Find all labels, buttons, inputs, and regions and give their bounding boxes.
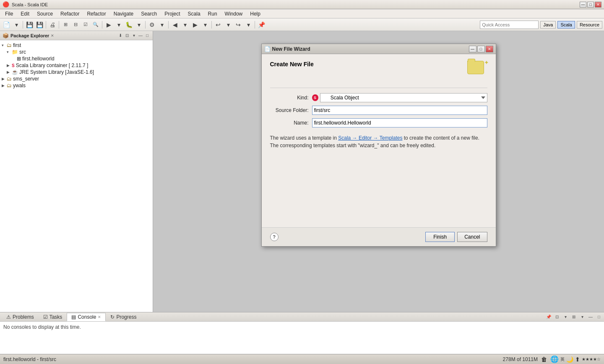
menu-refactor1[interactable]: Refactor bbox=[57, 10, 83, 18]
bottom-minimize-btn[interactable]: — bbox=[587, 314, 594, 320]
pe-minimize-btn[interactable]: ⬇ bbox=[117, 33, 123, 39]
menu-source[interactable]: Source bbox=[34, 10, 56, 18]
tree-item-ywals[interactable]: ▶ 🗂 ywals bbox=[0, 82, 153, 89]
menu-file[interactable]: File bbox=[2, 10, 16, 18]
menu-run[interactable]: Run bbox=[205, 10, 221, 18]
ext-tools-dd[interactable]: ▾ bbox=[157, 20, 167, 29]
toolbar-sep-8 bbox=[255, 21, 255, 29]
bottom-maximize-btn[interactable]: □ bbox=[596, 314, 602, 320]
scala-templates-link[interactable]: Scala → Editor → Templates bbox=[338, 135, 402, 141]
pe-view-menu-btn[interactable]: ▾ bbox=[131, 33, 137, 39]
redo-button[interactable]: ↪ bbox=[234, 20, 243, 29]
save-all-button[interactable]: 💾 bbox=[35, 20, 44, 29]
console-clear-btn[interactable]: ⊡ bbox=[554, 314, 560, 320]
taskbar-area: 🌐 英 🌙 ⬆ ★★★★☆ bbox=[550, 355, 601, 363]
name-input[interactable] bbox=[312, 118, 487, 127]
tree-item-scala-lib[interactable]: ▶ S Scala Library container [ 2.11.7 ] bbox=[0, 62, 153, 69]
cancel-button[interactable]: Cancel bbox=[457, 232, 487, 242]
name-label: Name: bbox=[270, 120, 312, 126]
minimize-button[interactable]: — bbox=[580, 2, 586, 8]
scala-perspective-button[interactable]: Scala bbox=[557, 21, 575, 29]
java-perspective-button[interactable]: Java bbox=[540, 21, 556, 29]
menu-navigate[interactable]: Navigate bbox=[110, 10, 137, 18]
jre-icon: ☕ bbox=[12, 69, 18, 75]
tree-label-sms: sms_server bbox=[13, 76, 39, 82]
ext-tools-button[interactable]: ⚙ bbox=[147, 20, 156, 29]
tab-tasks[interactable]: ☑ Tasks bbox=[39, 313, 67, 321]
new-button[interactable]: 📄 bbox=[2, 20, 11, 29]
scala-lib-icon: S bbox=[12, 63, 15, 68]
pe-close-icon: ✕ bbox=[51, 34, 54, 38]
toolbar-btn-grid[interactable]: ⊞ bbox=[61, 20, 70, 29]
maximize-button[interactable]: □ bbox=[587, 2, 594, 8]
menu-window[interactable]: Window bbox=[221, 10, 246, 18]
finish-button[interactable]: Finish bbox=[425, 232, 455, 242]
kind-select[interactable]: Scala Object Scala Class Scala Trait bbox=[320, 93, 487, 102]
pe-max-btn[interactable]: □ bbox=[144, 33, 150, 39]
tree-item-jre[interactable]: ▶ ☕ JRE System Library [JavaSE-1.6] bbox=[0, 69, 153, 75]
menu-refactor2[interactable]: Refactor bbox=[83, 10, 109, 18]
tree-item-sms-server[interactable]: ▶ 🗂 sms_server bbox=[0, 75, 153, 82]
dialog-title-icon: 📄 bbox=[264, 46, 271, 52]
tree-label-jre: JRE System Library [JavaSE-1.6] bbox=[19, 69, 94, 75]
fwd-dd[interactable]: ▾ bbox=[200, 20, 210, 29]
toolbar-sep-6 bbox=[168, 21, 169, 29]
bottom-tab-controls: 📌 ⊡ ▾ ⊞ ▾ — □ bbox=[545, 314, 602, 320]
console-dd-btn[interactable]: ▾ bbox=[579, 314, 586, 320]
menu-edit[interactable]: Edit bbox=[17, 10, 33, 18]
source-folder-control bbox=[312, 106, 487, 115]
tree-item-first[interactable]: ▾ 🗂 first bbox=[0, 42, 153, 49]
tree-item-src[interactable]: ▾ 📁 src bbox=[0, 49, 153, 55]
quick-access-input[interactable] bbox=[480, 21, 539, 29]
console-message: No consoles to display at this time. bbox=[3, 324, 81, 330]
resource-perspective-button[interactable]: Resource bbox=[577, 21, 602, 29]
run-dd-button[interactable]: ▾ bbox=[114, 20, 123, 29]
menu-search[interactable]: Search bbox=[138, 10, 160, 18]
toolbar-btn-search[interactable]: 🔍 bbox=[91, 20, 100, 29]
main-layout: 📦 Package Explorer ✕ ⬇ ⊡ ▾ — □ ▾ 🗂 first bbox=[0, 31, 604, 354]
dialog-help-button[interactable]: ? bbox=[270, 233, 279, 241]
undo-dd[interactable]: ▾ bbox=[224, 20, 233, 29]
save-button[interactable]: 💾 bbox=[25, 20, 34, 29]
tasks-label: Tasks bbox=[49, 314, 62, 320]
run-button[interactable]: ▶ bbox=[104, 20, 113, 29]
print-button[interactable]: 🖨 bbox=[48, 20, 57, 29]
menu-scala[interactable]: Scala bbox=[185, 10, 204, 18]
expand-ywals-icon: ▶ bbox=[2, 83, 7, 88]
console-view-btn[interactable]: ▾ bbox=[562, 314, 569, 320]
back-dd[interactable]: ▾ bbox=[180, 20, 190, 29]
dialog-main-title: Create New File bbox=[270, 61, 314, 68]
pe-min-btn[interactable]: — bbox=[138, 33, 143, 39]
menu-project[interactable]: Project bbox=[161, 10, 183, 18]
dialog-close-btn[interactable]: ✕ bbox=[486, 46, 493, 52]
folder-image bbox=[467, 61, 484, 74]
toolbar-sep-1 bbox=[23, 21, 23, 29]
console-new-btn[interactable]: ⊞ bbox=[570, 314, 577, 320]
dialog-restore-btn[interactable]: □ bbox=[477, 46, 485, 52]
redo-dd[interactable]: ▾ bbox=[244, 20, 253, 29]
debug-dd-button[interactable]: ▾ bbox=[134, 20, 143, 29]
package-icon-hw: ⊞ bbox=[17, 56, 21, 62]
tab-console[interactable]: ▤ Console ✕ bbox=[67, 313, 106, 321]
source-folder-input[interactable] bbox=[312, 106, 487, 115]
undo-button[interactable]: ↩ bbox=[213, 20, 223, 29]
pin-button[interactable]: 📌 bbox=[257, 20, 266, 29]
dialog-minimize-btn[interactable]: — bbox=[469, 46, 476, 52]
toolbar-btn-tasks[interactable]: ☑ bbox=[81, 20, 90, 29]
pe-sync-btn[interactable]: ⊡ bbox=[124, 33, 130, 39]
toolbar-sep-4 bbox=[102, 21, 102, 29]
console-pin-btn[interactable]: 📌 bbox=[545, 314, 552, 320]
debug-button[interactable]: 🐛 bbox=[124, 20, 133, 29]
close-button[interactable]: ✕ bbox=[595, 2, 601, 8]
toolbar-btn-grid2[interactable]: ⊟ bbox=[71, 20, 80, 29]
menu-help[interactable]: Help bbox=[247, 10, 264, 18]
tree-item-helloworld[interactable]: ⊞ first.helloworld bbox=[0, 55, 153, 62]
toolbar-btn-2[interactable]: ▾ bbox=[12, 20, 21, 29]
expand-sms-icon: ▶ bbox=[2, 77, 7, 81]
tab-problems[interactable]: ⚠ Problems bbox=[2, 313, 39, 321]
bottom-panel: ⚠ Problems ☑ Tasks ▤ Console ✕ ↻ Progres… bbox=[0, 312, 604, 354]
back-button[interactable]: ◀ bbox=[170, 20, 180, 29]
fwd-button[interactable]: ▶ bbox=[190, 20, 200, 29]
tab-progress[interactable]: ↻ Progress bbox=[106, 313, 141, 321]
gc-button[interactable]: 🗑 bbox=[541, 356, 547, 363]
